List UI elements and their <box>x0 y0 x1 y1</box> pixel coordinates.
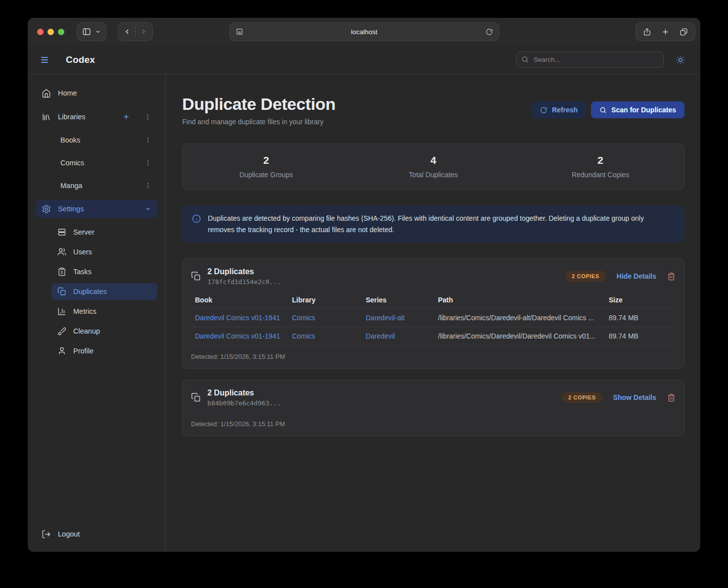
sidebar-item-home[interactable]: Home <box>36 84 157 102</box>
minimize-button[interactable] <box>48 29 54 35</box>
add-library-icon[interactable] <box>122 113 130 121</box>
gear-icon <box>42 204 51 214</box>
table-row: Daredevil Comics v01-1941 Comics Daredev… <box>191 327 676 345</box>
logout-button[interactable]: Logout <box>36 525 157 543</box>
info-icon <box>192 214 201 235</box>
book-link[interactable]: Daredevil Comics v01-1941 <box>195 332 292 340</box>
zoom-button[interactable] <box>58 29 64 35</box>
sidebar-item-label: Manga <box>60 182 138 190</box>
stats-card: 2 Duplicate Groups 4 Total Duplicates 2 … <box>182 144 684 190</box>
duplicate-group-card: 2 Duplicates 178fcfd1d154e2c0... 2 COPIE… <box>182 258 684 369</box>
close-button[interactable] <box>37 29 44 35</box>
stat-duplicate-groups: 2 Duplicate Groups <box>183 154 350 179</box>
sidebar-item-settings[interactable]: Settings <box>36 200 157 218</box>
stat-value: 4 <box>431 154 437 166</box>
traffic-lights <box>37 29 64 35</box>
theme-toggle-sun-icon[interactable] <box>676 55 685 65</box>
column-header-library: Library <box>292 296 366 304</box>
chevron-down-icon[interactable] <box>95 29 101 35</box>
library-icon <box>42 112 51 122</box>
sidebar-item-libraries[interactable]: Libraries <box>36 108 157 126</box>
copy-icon <box>191 392 201 402</box>
stat-label: Total Duplicates <box>409 171 458 179</box>
page-subtitle: Find and manage duplicate files in your … <box>182 118 336 126</box>
manga-more-icon[interactable] <box>145 182 151 189</box>
page-settings-icon[interactable] <box>236 28 243 36</box>
refresh-icon <box>540 106 547 114</box>
back-icon[interactable] <box>123 28 131 36</box>
menu-icon[interactable] <box>40 55 49 65</box>
sidebar-item-label: Metrics <box>73 307 151 315</box>
forward-icon[interactable] <box>140 28 147 36</box>
book-link[interactable]: Daredevil Comics v01-1941 <box>195 314 292 322</box>
user-icon <box>57 346 66 355</box>
copies-badge: 2 COPIES <box>562 392 602 403</box>
tab-overview-icon[interactable] <box>679 28 688 36</box>
show-details-link[interactable]: Show Details <box>613 393 656 401</box>
delete-group-icon[interactable] <box>667 393 676 402</box>
sidebar-item-duplicates[interactable]: Duplicates <box>51 283 157 300</box>
sidebar-item-label: Tasks <box>73 268 151 276</box>
sidebar-item-label: Home <box>58 89 151 97</box>
url-text[interactable]: localhost <box>243 28 485 36</box>
table-header-row: Book Library Series Path Size <box>191 292 676 309</box>
group-title-block: 2 Duplicates 178fcfd1d154e2c0... <box>207 267 281 286</box>
reload-icon[interactable] <box>485 28 493 36</box>
search-box <box>516 51 664 68</box>
sidebar-item-comics[interactable]: Comics <box>36 154 157 171</box>
share-icon[interactable] <box>643 28 651 36</box>
sidebar-item-label: Users <box>73 248 151 256</box>
logout-icon <box>42 530 51 539</box>
comics-more-icon[interactable] <box>145 159 151 166</box>
path-cell: /libraries/Comics/Daredevil/Daredevil Co… <box>438 332 609 340</box>
stat-label: Redundant Copies <box>572 171 629 179</box>
series-link[interactable]: Daredevil-alt <box>366 314 438 322</box>
refresh-button[interactable]: Refresh <box>532 101 586 118</box>
group-hash: b84b09b7e6c4d963... <box>207 399 281 407</box>
address-bar[interactable]: localhost <box>229 22 499 41</box>
search-input[interactable] <box>516 51 664 68</box>
sidebar-item-profile[interactable]: Profile <box>51 343 157 359</box>
hide-details-link[interactable]: Hide Details <box>617 272 656 280</box>
series-link[interactable]: Daredevil <box>366 332 438 340</box>
duplicate-group-card: 2 Duplicates b84b09b7e6c4d963... 2 COPIE… <box>182 380 684 436</box>
stat-value: 2 <box>263 154 269 166</box>
copies-badge: 2 COPIES <box>565 271 606 282</box>
sidebar-item-cleanup[interactable]: Cleanup <box>51 323 157 340</box>
duplicates-table: Book Library Series Path Size Daredevil … <box>191 292 676 345</box>
sidebar-item-manga[interactable]: Manga <box>36 177 157 194</box>
library-link[interactable]: Comics <box>292 332 366 340</box>
sidebar-item-server[interactable]: Server <box>51 224 157 241</box>
group-title: 2 Duplicates <box>207 389 281 397</box>
library-link[interactable]: Comics <box>292 314 366 322</box>
sidebar-item-label: Libraries <box>58 113 115 121</box>
sidebar-item-label: Settings <box>58 205 138 213</box>
brush-icon <box>57 327 66 336</box>
sidebar-item-label: Duplicates <box>73 288 151 295</box>
sidebar-item-users[interactable]: Users <box>51 244 157 260</box>
logout-label: Logout <box>58 530 151 538</box>
copy-icon <box>57 287 66 296</box>
settings-chevron-down-icon[interactable] <box>145 205 151 212</box>
panel-left-icon[interactable] <box>82 27 91 36</box>
sidebar-item-books[interactable]: Books <box>36 132 157 148</box>
path-cell: /libraries/Comics/Daredevil-alt/Daredevi… <box>438 314 609 322</box>
info-banner: Duplicates are detected by comparing fil… <box>182 205 684 242</box>
books-more-icon[interactable] <box>145 137 151 144</box>
sidebar-item-tasks[interactable]: Tasks <box>51 263 157 280</box>
app-header: Codex <box>28 46 700 74</box>
sidebar-toggle-group[interactable] <box>77 22 106 41</box>
search-icon <box>521 55 529 63</box>
sidebar-item-metrics[interactable]: Metrics <box>51 303 157 320</box>
stat-redundant-copies: 2 Redundant Copies <box>517 154 684 179</box>
libraries-more-icon[interactable] <box>144 113 151 121</box>
info-text: Duplicates are detected by comparing fil… <box>208 213 671 235</box>
sidebar-item-label: Books <box>60 136 138 144</box>
main-content: Duplicate Detection Find and manage dupl… <box>166 74 700 552</box>
size-cell: 89.74 MB <box>609 314 672 322</box>
group-title-block: 2 Duplicates b84b09b7e6c4d963... <box>207 389 281 407</box>
delete-group-icon[interactable] <box>667 272 676 281</box>
home-icon <box>42 89 51 98</box>
new-tab-icon[interactable] <box>661 28 670 36</box>
scan-for-duplicates-button[interactable]: Scan for Duplicates <box>591 101 684 118</box>
